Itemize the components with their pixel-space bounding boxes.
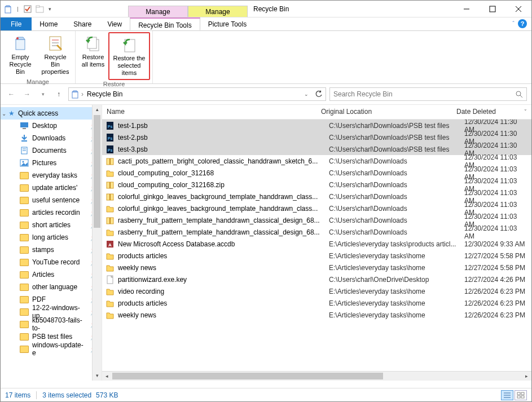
svg-text:A: A bbox=[108, 242, 112, 248]
file-list-body[interactable]: Pstest-1.psbC:\Users\charl\Downloads\PSB… bbox=[102, 120, 531, 371]
search-input[interactable]: Search Recycle Bin bbox=[329, 87, 527, 101]
sidebar-item[interactable]: other language📌 bbox=[1, 281, 102, 293]
sidebar-item[interactable]: YouTube record📌 bbox=[1, 256, 102, 268]
sidebar-item[interactable]: windows-update-e📌 bbox=[1, 343, 102, 355]
qat-separator: | bbox=[15, 6, 20, 12]
svg-rect-8 bbox=[16, 39, 25, 50]
nav-item-label: other language bbox=[32, 283, 77, 291]
nav-quick-access[interactable]: ⌄ ★ Quick access bbox=[1, 107, 102, 120]
cell-original-location: C:\Users\charl\Downloads bbox=[329, 205, 464, 213]
breadcrumb-location[interactable]: Recycle Bin bbox=[85, 90, 125, 98]
sidebar-item[interactable]: articles recordin📌 bbox=[1, 206, 102, 219]
table-row[interactable]: products articlesE:\Articles\everyday ta… bbox=[102, 250, 531, 262]
back-button[interactable]: ← bbox=[5, 88, 17, 100]
minimize-button[interactable] bbox=[454, 1, 480, 17]
table-row[interactable]: rasberry_fruit_pattern_template_handdraw… bbox=[102, 226, 531, 238]
sidebar-item[interactable]: stamps📌 bbox=[1, 244, 102, 256]
scroll-down-icon[interactable]: ▾ bbox=[93, 371, 102, 381]
sidebar-item[interactable]: everyday tasks📌 bbox=[1, 169, 102, 182]
sidebar-item[interactable]: Articles📌 bbox=[1, 268, 102, 281]
column-header-name[interactable]: Name bbox=[102, 105, 316, 119]
svg-rect-0 bbox=[5, 7, 11, 13]
nav-item-icon bbox=[20, 147, 29, 154]
sidebar-item[interactable]: long articles📌 bbox=[1, 231, 102, 244]
scroll-up-icon[interactable]: ▴ bbox=[93, 105, 102, 114]
up-button[interactable]: ↑ bbox=[52, 88, 65, 100]
table-row[interactable]: ANew Microsoft Access Database.accdbE:\A… bbox=[102, 238, 531, 250]
sidebar-item[interactable]: Pictures📌 bbox=[1, 157, 102, 169]
nav-item-icon bbox=[20, 346, 29, 353]
table-row[interactable]: partitionwizard.exe.keyC:\Users\charl\On… bbox=[102, 273, 531, 285]
svg-rect-49 bbox=[521, 392, 524, 395]
column-header-location[interactable]: Original Location bbox=[316, 105, 452, 119]
checkbox-icon[interactable] bbox=[23, 4, 33, 14]
address-dropdown-icon[interactable]: ⌄ bbox=[301, 89, 312, 100]
table-row[interactable]: weekly newsE:\Articles\everyday tasks\ho… bbox=[102, 309, 531, 321]
details-view-button[interactable] bbox=[501, 390, 513, 400]
tab-file[interactable]: File bbox=[1, 17, 32, 30]
restore-selected-items-button[interactable]: Restore the selected items bbox=[108, 32, 150, 80]
horizontal-scrollbar[interactable]: ◂ ▸ bbox=[102, 371, 531, 381]
tab-picture-tools[interactable]: Picture Tools bbox=[200, 17, 254, 30]
cell-name: partitionwizard.exe.key bbox=[118, 276, 329, 284]
nav-item-label: update articles' bbox=[32, 184, 77, 192]
chevron-down-icon[interactable]: ⌄ bbox=[2, 111, 6, 117]
sidebar-item[interactable]: useful sentence📌 bbox=[1, 194, 102, 206]
close-button[interactable] bbox=[505, 1, 531, 17]
svg-rect-21 bbox=[23, 128, 26, 129]
nav-item-icon bbox=[20, 296, 29, 303]
scroll-right-icon[interactable]: ▸ bbox=[522, 372, 531, 381]
column-header-date-deleted[interactable]: Date Deleted⌄ bbox=[452, 105, 531, 119]
table-row[interactable]: video recordingE:\Articles\everyday task… bbox=[102, 285, 531, 297]
sidebar-item[interactable]: update articles'📌 bbox=[1, 182, 102, 194]
file-icon: Ps bbox=[105, 145, 115, 154]
help-icon[interactable]: ? bbox=[518, 19, 527, 28]
title-bar: | ▾ Manage Manage Recycle Bin bbox=[1, 1, 531, 17]
scrollbar-thumb[interactable] bbox=[94, 115, 100, 228]
search-icon[interactable] bbox=[515, 90, 523, 98]
address-bar[interactable]: › Recycle Bin ⌄ bbox=[68, 87, 326, 101]
sidebar-item[interactable]: short articles📌 bbox=[1, 219, 102, 231]
file-icon bbox=[105, 216, 115, 225]
tab-recycle-bin-tools[interactable]: Recycle Bin Tools bbox=[130, 17, 200, 30]
table-row[interactable]: weekly newsE:\Articles\everyday tasks\ho… bbox=[102, 262, 531, 273]
recycle-bin-properties-button[interactable]: Recycle Bin properties bbox=[38, 32, 73, 78]
sidebar-item[interactable]: Desktop📌 bbox=[1, 120, 102, 132]
cell-original-location: C:\Users\charl\Downloads bbox=[329, 217, 464, 224]
qat-dropdown-icon[interactable]: ▾ bbox=[47, 6, 52, 12]
nav-item-icon bbox=[20, 172, 29, 179]
tab-home[interactable]: Home bbox=[32, 17, 65, 30]
cell-name: test-1.psb bbox=[118, 122, 329, 130]
thumbnails-view-button[interactable] bbox=[515, 390, 527, 400]
cell-original-location: E:\Articles\everyday tasks\home bbox=[329, 252, 464, 260]
recent-locations-dropdown[interactable]: ▾ bbox=[37, 88, 49, 100]
table-row[interactable]: products articlesE:\Articles\everyday ta… bbox=[102, 297, 531, 309]
tab-view[interactable]: View bbox=[99, 17, 130, 30]
contextual-tab-recycle[interactable]: Manage bbox=[128, 6, 188, 17]
refresh-icon[interactable] bbox=[313, 89, 324, 100]
status-bar: 17 items 3 items selected 573 KB bbox=[1, 388, 531, 401]
cell-original-location: E:\Articles\everyday tasks\home bbox=[329, 288, 464, 295]
svg-rect-50 bbox=[517, 396, 520, 398]
collapse-ribbon-icon[interactable]: ˆ bbox=[512, 20, 515, 27]
cell-name: weekly news bbox=[118, 311, 329, 319]
breadcrumb-sep-icon[interactable]: › bbox=[80, 90, 85, 98]
sidebar-item[interactable]: Downloads📌 bbox=[1, 132, 102, 144]
sidebar-item[interactable]: Documents📌 bbox=[1, 144, 102, 157]
file-icon: Ps bbox=[105, 121, 115, 130]
scroll-left-icon[interactable]: ◂ bbox=[102, 372, 112, 381]
new-folder-icon[interactable] bbox=[35, 4, 45, 14]
navpane-scrollbar[interactable]: ▴ ▾ bbox=[92, 105, 102, 381]
cell-name: rasberry_fruit_pattern_template_handdraw… bbox=[118, 217, 329, 224]
nav-item-label: PSB test files bbox=[32, 333, 72, 341]
empty-recycle-bin-button[interactable]: Empty Recycle Bin bbox=[3, 32, 38, 78]
hscroll-thumb[interactable] bbox=[112, 373, 383, 379]
tab-share[interactable]: Share bbox=[65, 17, 99, 30]
sidebar-item[interactable]: kb5048703-fails-to-📌 bbox=[1, 318, 102, 330]
svg-rect-3 bbox=[36, 6, 39, 7]
nav-item-label: Documents bbox=[32, 147, 67, 154]
maximize-button[interactable] bbox=[480, 1, 505, 17]
contextual-tab-picture[interactable]: Manage bbox=[188, 6, 248, 17]
restore-all-items-button[interactable]: Restore all items bbox=[78, 32, 108, 80]
svg-rect-51 bbox=[521, 396, 524, 398]
